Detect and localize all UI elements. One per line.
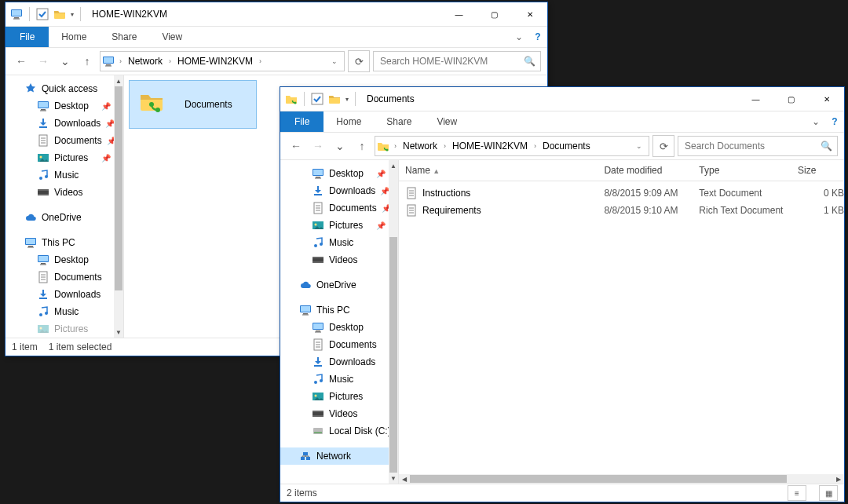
nav-videos[interactable]: Videos bbox=[5, 184, 114, 201]
breadcrumb-host[interactable]: HOME-WIN2KVM bbox=[174, 52, 256, 71]
search-icon[interactable]: 🔍 bbox=[524, 56, 535, 67]
forward-button[interactable]: → bbox=[309, 137, 327, 155]
breadcrumb-network[interactable]: Network bbox=[125, 52, 166, 71]
forward-button[interactable]: → bbox=[34, 52, 53, 71]
chevron-right-icon[interactable]: › bbox=[256, 57, 265, 65]
search-box[interactable]: 🔍 bbox=[373, 51, 541, 71]
minimize-button[interactable]: — bbox=[738, 87, 773, 111]
nav-downloads[interactable]: Downloads📌 bbox=[280, 182, 389, 199]
qat-properties-icon[interactable] bbox=[311, 93, 323, 105]
close-button[interactable]: ✕ bbox=[809, 87, 844, 111]
chevron-right-icon[interactable]: › bbox=[116, 57, 125, 65]
help-icon[interactable]: ? bbox=[528, 27, 547, 47]
nav-scrollbar[interactable]: ▲ ▼ bbox=[389, 160, 398, 484]
scroll-right-icon[interactable]: ▶ bbox=[833, 476, 844, 483]
col-type[interactable]: Type bbox=[693, 165, 791, 176]
nav-music[interactable]: Music bbox=[5, 166, 114, 184]
nav-desktop[interactable]: Desktop📌 bbox=[280, 165, 389, 182]
nav-tp-documents[interactable]: Documents bbox=[280, 336, 389, 353]
search-icon[interactable]: 🔍 bbox=[821, 141, 832, 152]
refresh-button[interactable]: ⟳ bbox=[652, 135, 674, 157]
back-button[interactable]: ← bbox=[287, 137, 305, 155]
qat-properties-icon[interactable] bbox=[36, 8, 49, 20]
tab-home[interactable]: Home bbox=[323, 111, 374, 132]
content-hscrollbar[interactable]: ◀ ▶ bbox=[399, 474, 844, 484]
nav-this-pc[interactable]: This PC bbox=[280, 301, 389, 319]
view-details-button[interactable]: ≡ bbox=[788, 485, 806, 501]
tab-file[interactable]: File bbox=[280, 111, 323, 132]
close-button[interactable]: ✕ bbox=[512, 2, 547, 26]
chevron-right-icon[interactable]: › bbox=[391, 142, 400, 150]
search-input[interactable] bbox=[378, 55, 524, 68]
file-row[interactable]: Requirements8/8/2015 9:10 AMRich Text Do… bbox=[399, 202, 844, 219]
nav-onedrive[interactable]: OneDrive bbox=[280, 276, 389, 294]
help-icon[interactable]: ? bbox=[825, 111, 844, 132]
nav-music[interactable]: Music bbox=[280, 234, 389, 251]
tab-home[interactable]: Home bbox=[49, 27, 99, 47]
nav-tp-music[interactable]: Music bbox=[280, 371, 389, 388]
nav-tp-localdisk[interactable]: Local Disk (C:) bbox=[280, 422, 389, 440]
nav-videos[interactable]: Videos bbox=[280, 251, 389, 268]
address-dropdown-icon[interactable]: ⌄ bbox=[327, 57, 342, 65]
nav-documents[interactable]: Documents📌 bbox=[280, 199, 389, 217]
qat-newfolder-icon[interactable] bbox=[53, 8, 66, 20]
address-dropdown-icon[interactable]: ⌄ bbox=[631, 142, 647, 150]
tab-file[interactable]: File bbox=[5, 27, 49, 47]
search-input[interactable] bbox=[683, 140, 821, 152]
tab-view[interactable]: View bbox=[149, 27, 195, 47]
ribbon-collapse-icon[interactable]: ⌄ bbox=[510, 27, 528, 47]
refresh-button[interactable]: ⟳ bbox=[348, 50, 370, 72]
chevron-right-icon[interactable]: › bbox=[166, 57, 174, 65]
col-name[interactable]: Name ▲ bbox=[399, 165, 598, 176]
system-menu-icon[interactable] bbox=[10, 8, 23, 20]
nav-downloads[interactable]: Downloads📌 bbox=[5, 115, 114, 132]
qat-customize-icon[interactable]: ▾ bbox=[345, 96, 349, 103]
nav-pictures[interactable]: Pictures📌 bbox=[5, 149, 114, 166]
address-bar[interactable]: › Network › HOME-WIN2KVM › Documents ⌄ bbox=[375, 136, 649, 156]
up-button[interactable]: ↑ bbox=[353, 137, 371, 155]
folder-item-documents[interactable]: Documents bbox=[129, 80, 257, 129]
nav-quick-access[interactable]: Quick access bbox=[5, 80, 114, 97]
system-menu-icon[interactable] bbox=[285, 93, 298, 105]
nav-scrollbar[interactable]: ▲ ▼ bbox=[114, 75, 123, 338]
nav-tp-downloads[interactable]: Downloads bbox=[5, 286, 114, 303]
search-box[interactable]: 🔍 bbox=[678, 136, 838, 156]
chevron-right-icon[interactable]: › bbox=[440, 142, 449, 150]
view-largeicons-button[interactable]: ▦ bbox=[819, 485, 838, 501]
scroll-down-icon[interactable]: ▼ bbox=[390, 473, 397, 484]
nav-tp-music[interactable]: Music bbox=[5, 303, 114, 320]
nav-network[interactable]: Network bbox=[280, 447, 389, 465]
breadcrumb-host[interactable]: HOME-WIN2KVM bbox=[449, 137, 531, 155]
col-size[interactable]: Size bbox=[791, 165, 844, 176]
tab-view[interactable]: View bbox=[424, 111, 470, 132]
minimize-button[interactable]: — bbox=[441, 2, 477, 26]
qat-customize-icon[interactable]: ▾ bbox=[71, 11, 74, 18]
nav-tp-documents[interactable]: Documents bbox=[5, 268, 114, 286]
tab-share[interactable]: Share bbox=[374, 111, 424, 132]
nav-tp-pictures[interactable]: Pictures bbox=[280, 388, 389, 405]
nav-onedrive[interactable]: OneDrive bbox=[5, 209, 114, 226]
nav-documents[interactable]: Documents📌 bbox=[5, 132, 114, 149]
nav-tp-desktop[interactable]: Desktop bbox=[280, 319, 389, 336]
nav-tp-downloads[interactable]: Downloads bbox=[280, 353, 389, 371]
content-pane[interactable]: Name ▲ Date modified Type Size Instructi… bbox=[399, 160, 844, 484]
ribbon-collapse-icon[interactable]: ⌄ bbox=[806, 111, 825, 132]
chevron-right-icon[interactable]: › bbox=[531, 142, 539, 150]
scroll-up-icon[interactable]: ▲ bbox=[390, 160, 397, 171]
col-date[interactable]: Date modified bbox=[598, 165, 693, 176]
up-button[interactable]: ↑ bbox=[78, 52, 97, 71]
recent-locations-button[interactable]: ⌄ bbox=[331, 137, 349, 155]
nav-this-pc[interactable]: This PC bbox=[5, 234, 114, 251]
maximize-button[interactable]: ▢ bbox=[477, 2, 512, 26]
nav-desktop[interactable]: Desktop📌 bbox=[5, 97, 114, 115]
file-row[interactable]: Instructions8/8/2015 9:09 AMText Documen… bbox=[399, 184, 844, 202]
tab-share[interactable]: Share bbox=[99, 27, 149, 47]
scroll-up-icon[interactable]: ▲ bbox=[115, 75, 122, 86]
qat-newfolder-icon[interactable] bbox=[328, 93, 341, 105]
nav-tp-videos[interactable]: Videos bbox=[280, 405, 389, 422]
address-bar[interactable]: › Network › HOME-WIN2KVM › ⌄ bbox=[100, 51, 345, 71]
scroll-left-icon[interactable]: ◀ bbox=[399, 476, 410, 483]
nav-tp-desktop[interactable]: Desktop bbox=[5, 251, 114, 268]
breadcrumb-network[interactable]: Network bbox=[400, 137, 440, 155]
back-button[interactable]: ← bbox=[12, 52, 31, 71]
